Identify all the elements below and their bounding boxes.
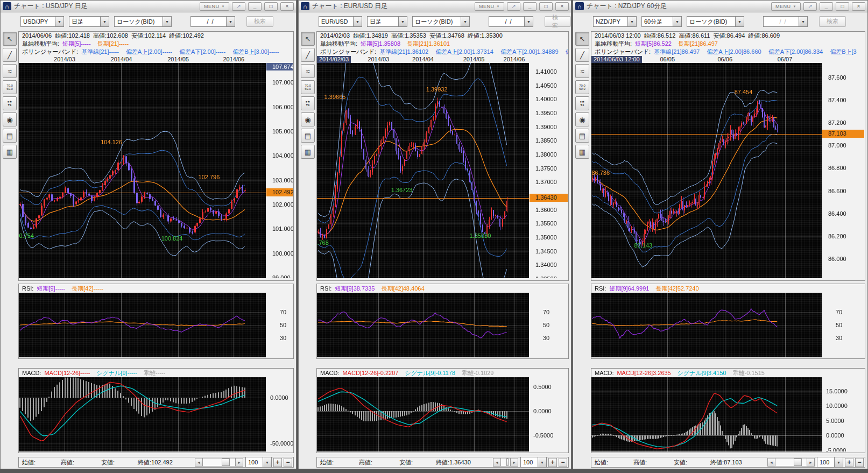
- close-button[interactable]: ×: [852, 2, 865, 11]
- draw-tool-button[interactable]: ╱: [301, 48, 315, 62]
- chevron-down-icon[interactable]: ▼: [55, 16, 64, 27]
- cursor-tool-button[interactable]: ↖: [3, 32, 17, 46]
- horizontal-scrollbar[interactable]: ◄ ►: [493, 458, 518, 467]
- minimize-button[interactable]: _: [820, 2, 833, 11]
- price-chart[interactable]: [317, 63, 529, 278]
- chevron-down-icon[interactable]: ▼: [353, 16, 362, 27]
- pair-select[interactable]: NZD/JPY▼: [593, 16, 637, 27]
- symbols-tool-button[interactable]: ●★ ♥●: [575, 96, 589, 110]
- maximize-button[interactable]: □: [836, 2, 849, 11]
- scrollbar-track[interactable]: [203, 458, 235, 467]
- date-input[interactable]: / /▼: [763, 16, 808, 27]
- macd-chart[interactable]: [317, 377, 529, 451]
- symbols-tool-button[interactable]: ●★ ♥●: [3, 96, 17, 110]
- chevron-down-icon[interactable]: ▼: [398, 16, 407, 27]
- timeframe-select[interactable]: 60分足▼: [641, 16, 682, 27]
- chevron-down-icon[interactable]: ▼: [834, 457, 843, 468]
- chevron-down-icon[interactable]: ▼: [100, 16, 109, 27]
- visibility-tool-button[interactable]: ◉: [575, 112, 589, 126]
- scrollbar-track[interactable]: [501, 458, 510, 467]
- minimize-button[interactable]: _: [248, 2, 262, 11]
- timeframe-select[interactable]: 日足▼: [367, 16, 407, 27]
- maximize-button[interactable]: □: [264, 2, 278, 11]
- chevron-down-icon[interactable]: ▼: [735, 16, 744, 27]
- popout-button[interactable]: ↗: [507, 2, 520, 11]
- macd-chart[interactable]: [19, 377, 266, 451]
- scroll-left-icon[interactable]: ◄: [767, 458, 775, 467]
- charttype-select[interactable]: ローソク(BID)▼: [687, 16, 744, 27]
- print-tool-button[interactable]: ▤: [575, 129, 589, 143]
- charttype-select[interactable]: ローソク(BID)▼: [114, 16, 172, 27]
- scale-tool-button[interactable]: 70.0 60.0: [575, 80, 589, 94]
- indicator-tool-button[interactable]: ≈: [575, 64, 589, 78]
- scroll-right-icon[interactable]: ►: [235, 458, 243, 467]
- zoom-out-button[interactable]: −: [855, 458, 864, 467]
- charttype-select[interactable]: ローソク(BID)▼: [412, 16, 470, 27]
- bars-count-select[interactable]: 100▼: [817, 457, 843, 468]
- timeframe-select[interactable]: 日足▼: [69, 16, 109, 27]
- chevron-down-icon[interactable]: ▼: [263, 457, 272, 468]
- horizontal-scrollbar[interactable]: ◄ ►: [195, 458, 243, 467]
- date-input[interactable]: / /▼: [489, 16, 533, 27]
- macd-chart[interactable]: [591, 377, 822, 451]
- chevron-down-icon[interactable]: ▼: [627, 16, 637, 27]
- search-button[interactable]: 検索: [819, 16, 846, 27]
- rsi-chart[interactable]: [591, 293, 822, 357]
- chevron-down-icon[interactable]: ▼: [538, 457, 547, 468]
- scale-tool-button[interactable]: 70.0 60.0: [301, 80, 315, 94]
- print-tool-button[interactable]: ▤: [3, 129, 17, 143]
- scrollbar-thumb[interactable]: [794, 458, 802, 466]
- date-input[interactable]: / /▼: [190, 16, 235, 27]
- zoom-out-button[interactable]: −: [559, 458, 567, 467]
- symbols-tool-button[interactable]: ●★ ♥●: [301, 96, 315, 110]
- menu-button[interactable]: MENU▼: [200, 2, 229, 11]
- chevron-down-icon[interactable]: ▼: [673, 16, 682, 27]
- visibility-tool-button[interactable]: ◉: [3, 112, 17, 126]
- scale-tool-button[interactable]: 70.0 60.0: [3, 80, 17, 94]
- scrollbar-track[interactable]: [775, 458, 807, 467]
- menu-button[interactable]: MENU▼: [475, 2, 504, 11]
- menu-button[interactable]: MENU▼: [771, 2, 801, 11]
- popout-button[interactable]: ↗: [232, 2, 245, 11]
- scrollbar-thumb[interactable]: [222, 458, 230, 466]
- horizontal-scrollbar[interactable]: ◄ ►: [767, 458, 815, 467]
- scrollbar-thumb[interactable]: [506, 458, 509, 466]
- scroll-right-icon[interactable]: ►: [807, 458, 815, 467]
- draw-tool-button[interactable]: ╱: [3, 48, 17, 62]
- chevron-down-icon[interactable]: ▼: [461, 16, 470, 27]
- export-tool-button[interactable]: ▦: [3, 145, 17, 159]
- search-button[interactable]: 検索: [246, 16, 273, 27]
- maximize-button[interactable]: □: [539, 2, 553, 11]
- popout-button[interactable]: ↗: [803, 2, 817, 11]
- indicator-tool-button[interactable]: ≈: [3, 64, 17, 78]
- bars-count-select[interactable]: 100▼: [245, 457, 272, 468]
- visibility-tool-button[interactable]: ◉: [301, 112, 315, 126]
- indicator-tool-button[interactable]: ≈: [301, 64, 315, 78]
- pair-select[interactable]: EUR/USD▼: [319, 16, 362, 27]
- cursor-tool-button[interactable]: ↖: [575, 32, 589, 46]
- price-chart[interactable]: [591, 63, 822, 278]
- pair-select[interactable]: USD/JPY▼: [20, 16, 64, 27]
- chevron-down-icon[interactable]: ▼: [226, 16, 235, 27]
- export-tool-button[interactable]: ▦: [575, 145, 589, 159]
- print-tool-button[interactable]: ▤: [301, 129, 315, 143]
- zoom-in-button[interactable]: +: [548, 458, 557, 467]
- close-button[interactable]: ×: [280, 2, 294, 11]
- chevron-down-icon[interactable]: ▼: [163, 16, 172, 27]
- chevron-down-icon[interactable]: ▼: [799, 16, 808, 27]
- zoom-in-button[interactable]: +: [273, 458, 282, 467]
- scroll-left-icon[interactable]: ◄: [195, 458, 203, 467]
- scroll-left-icon[interactable]: ◄: [493, 458, 501, 467]
- rsi-chart[interactable]: [317, 293, 529, 357]
- rsi-chart[interactable]: [19, 293, 266, 357]
- cursor-tool-button[interactable]: ↖: [301, 32, 315, 46]
- export-tool-button[interactable]: ▦: [301, 145, 315, 159]
- draw-tool-button[interactable]: ╱: [575, 48, 589, 62]
- minimize-button[interactable]: _: [523, 2, 537, 11]
- scroll-right-icon[interactable]: ►: [510, 458, 518, 467]
- chevron-down-icon[interactable]: ▼: [524, 16, 533, 27]
- search-button[interactable]: 検索: [545, 16, 571, 27]
- bars-count-select[interactable]: 100▼: [520, 457, 547, 468]
- close-button[interactable]: ×: [555, 2, 569, 11]
- zoom-in-button[interactable]: +: [845, 458, 853, 467]
